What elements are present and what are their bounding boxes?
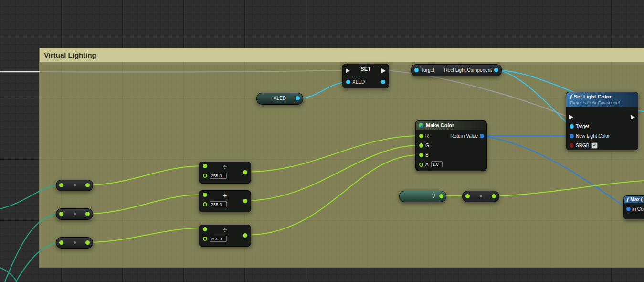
v-output-pin[interactable] xyxy=(439,194,443,198)
xled-output-pin[interactable] xyxy=(296,96,300,100)
wire-divide1-to-r[interactable] xyxy=(244,136,420,172)
make-color-a-pin[interactable] xyxy=(419,163,423,167)
max-title: Max ( xyxy=(630,197,643,202)
make-color-header[interactable]: Make Color xyxy=(416,121,486,130)
set-light-color-node[interactable]: ƒSet Light Color Target is Light Compone… xyxy=(566,92,638,150)
function-icon: ƒ xyxy=(570,94,572,100)
pill1-input-pin[interactable] xyxy=(59,183,63,187)
wire-divide3-to-b[interactable] xyxy=(244,155,420,235)
make-color-b-label: B xyxy=(425,152,429,158)
pill4-input-pin[interactable] xyxy=(465,194,470,198)
max-input-pin[interactable] xyxy=(626,207,631,211)
variable-get-xled-node[interactable]: XLED xyxy=(256,93,303,105)
make-color-g-pin[interactable] xyxy=(419,143,423,148)
rect-light-output-label: Rect Light Component xyxy=(444,67,492,73)
set-xled-output-pin[interactable] xyxy=(381,80,385,84)
rect-light-input-label: Target xyxy=(421,67,434,73)
wire-teal-4[interactable] xyxy=(0,268,17,282)
max-input-label: In Co xyxy=(632,206,644,212)
divide1-input-b-pin[interactable] xyxy=(203,174,207,178)
wire-teal-3[interactable] xyxy=(16,243,60,282)
pill2-input-pin[interactable] xyxy=(59,212,63,216)
set-light-color-subtitle: Target is Light Component xyxy=(570,100,634,106)
divide3-input-b-pin[interactable] xyxy=(203,237,207,241)
function-icon: ƒ xyxy=(626,197,628,202)
divide3-output-pin[interactable] xyxy=(243,233,247,238)
wire-rectlight-to-target[interactable] xyxy=(496,70,569,125)
set-light-color-title: Set Light Color xyxy=(574,94,612,99)
set-xled-node[interactable]: SET XLED xyxy=(342,64,389,88)
slc-new-light-color-label: New Light Color xyxy=(576,133,610,139)
make-color-g-label: G xyxy=(425,143,429,148)
passthrough-pill-2[interactable] xyxy=(56,208,93,220)
passthrough-pill-3[interactable] xyxy=(56,237,93,249)
pill-center-dot xyxy=(480,195,482,197)
pill4-output-pin[interactable] xyxy=(492,194,496,198)
divide1-divisor-field[interactable] xyxy=(210,173,227,179)
wire-xled-to-set[interactable] xyxy=(298,82,347,98)
pill3-input-pin[interactable] xyxy=(59,240,63,245)
divide2-input-b-pin[interactable] xyxy=(203,202,207,206)
make-color-return-pin[interactable] xyxy=(480,134,484,138)
wire-pill2-to-divide2[interactable] xyxy=(87,195,203,214)
max-node[interactable]: ƒMax ( In Co xyxy=(623,195,644,219)
divide2-divisor-field[interactable] xyxy=(210,201,227,207)
slc-target-label: Target xyxy=(576,124,589,129)
max-header[interactable]: ƒMax ( xyxy=(624,196,644,203)
make-color-r-label: R xyxy=(425,133,429,139)
divide3-divisor-field[interactable] xyxy=(210,236,227,242)
rect-light-output-pin[interactable] xyxy=(494,68,498,72)
make-color-a-label: A xyxy=(425,162,429,167)
wire-teal-1[interactable] xyxy=(0,185,60,209)
divide-operator: ÷ xyxy=(223,191,227,199)
set-xled-pin-label: XLED xyxy=(352,79,365,85)
slc-exec-out-pin[interactable] xyxy=(631,115,635,119)
divide-operator: ÷ xyxy=(223,226,227,234)
slc-srgb-pin[interactable] xyxy=(570,143,574,148)
wire-pill-to-right-edge[interactable] xyxy=(494,181,644,196)
divide-node-1[interactable]: ÷ xyxy=(199,162,251,184)
set-xled-input-pin[interactable] xyxy=(346,80,350,84)
set-light-color-header[interactable]: ƒSet Light Color Target is Light Compone… xyxy=(566,92,638,107)
set-exec-in-pin[interactable] xyxy=(346,68,350,73)
make-color-a-field[interactable] xyxy=(431,161,443,167)
pill2-output-pin[interactable] xyxy=(85,212,90,216)
slc-srgb-label: SRGB xyxy=(576,143,589,148)
wire-layer xyxy=(0,0,644,282)
divide1-output-pin[interactable] xyxy=(243,170,247,174)
variable-get-v-node[interactable]: V xyxy=(399,191,446,202)
passthrough-pill-4[interactable] xyxy=(462,191,499,202)
wire-exec-incoming-faint[interactable] xyxy=(40,70,344,72)
wire-pill1-to-divide1[interactable] xyxy=(87,166,203,185)
make-color-return-label: Return Value xyxy=(450,133,478,139)
divide3-input-a-pin[interactable] xyxy=(203,227,207,231)
slc-target-pin[interactable] xyxy=(570,124,574,129)
pill-center-dot xyxy=(74,184,76,186)
wire-divide2-to-g[interactable] xyxy=(244,145,420,201)
rect-light-target-input-pin[interactable] xyxy=(414,68,419,72)
divide2-input-a-pin[interactable] xyxy=(203,193,207,197)
pill1-output-pin[interactable] xyxy=(85,183,90,187)
divide2-output-pin[interactable] xyxy=(243,199,247,203)
wire-teal-2[interactable] xyxy=(5,214,60,282)
pill3-output-pin[interactable] xyxy=(85,240,90,245)
passthrough-pill-1[interactable] xyxy=(56,180,93,191)
divide-node-2[interactable]: ÷ xyxy=(199,190,251,212)
slc-exec-in-pin[interactable] xyxy=(569,115,573,119)
make-color-b-pin[interactable] xyxy=(419,153,423,157)
blueprint-graph-canvas[interactable]: Virtual Lighting XLED SET XLED xyxy=(0,0,644,282)
make-color-node[interactable]: Make Color R G B A Return Value xyxy=(415,120,487,171)
make-color-r-pin[interactable] xyxy=(419,134,423,138)
pill-center-dot xyxy=(74,241,76,244)
slc-new-light-color-pin[interactable] xyxy=(570,134,574,138)
rect-light-component-node[interactable]: Target Rect Light Component xyxy=(411,64,502,76)
divide1-input-a-pin[interactable] xyxy=(203,164,207,168)
wire-exec-set-to-setlightcolor[interactable] xyxy=(385,70,568,117)
pill-center-dot xyxy=(74,213,76,215)
divide-node-3[interactable]: ÷ xyxy=(199,225,251,247)
wire-pill3-to-divide3[interactable] xyxy=(87,228,203,242)
set-exec-out-pin[interactable] xyxy=(381,68,386,73)
srgb-checkbox[interactable]: ✓ xyxy=(591,142,598,149)
divide-operator: ÷ xyxy=(223,163,227,171)
v-label: V xyxy=(432,194,435,199)
